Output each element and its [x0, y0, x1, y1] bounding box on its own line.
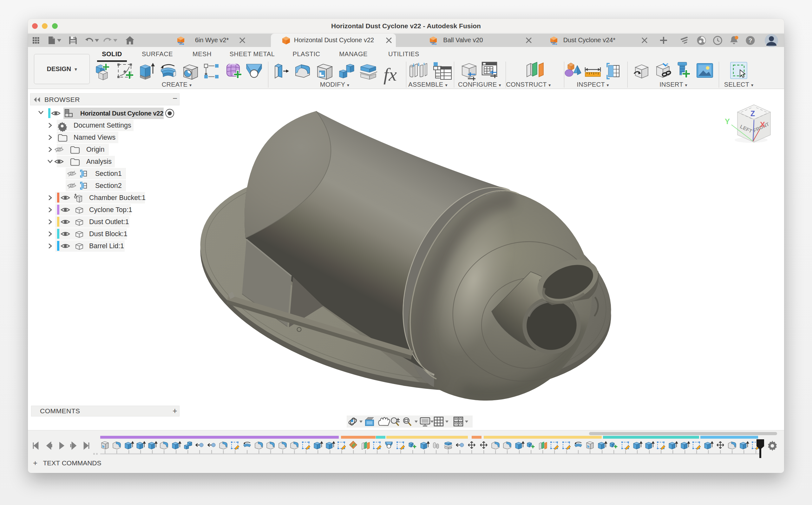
svg-text:Horizontal Dust Cyclone v22: Horizontal Dust Cyclone v22	[80, 110, 163, 117]
svg-text:Section2: Section2	[95, 182, 122, 189]
svg-text:fx: fx	[383, 64, 397, 85]
svg-text:X: X	[760, 120, 765, 129]
svg-text:Dust Outlet:1: Dust Outlet:1	[89, 218, 129, 226]
svg-text:Chamber Bucket:1: Chamber Bucket:1	[89, 194, 146, 201]
svg-text:Origin: Origin	[86, 146, 104, 153]
svg-text:Named Views: Named Views	[73, 134, 115, 141]
svg-text:Cyclone Top:1: Cyclone Top:1	[89, 206, 132, 214]
svg-text:Document Settings: Document Settings	[73, 122, 131, 129]
svg-text:Section1: Section1	[95, 170, 122, 177]
svg-text:Dust Block:1: Dust Block:1	[89, 230, 127, 238]
svg-text:Y: Y	[725, 117, 730, 126]
svg-text:Analysis: Analysis	[86, 158, 112, 165]
svg-text:Z: Z	[751, 110, 755, 118]
svg-text:?: ?	[749, 37, 752, 44]
svg-text:Barrel Lid:1: Barrel Lid:1	[89, 242, 124, 250]
